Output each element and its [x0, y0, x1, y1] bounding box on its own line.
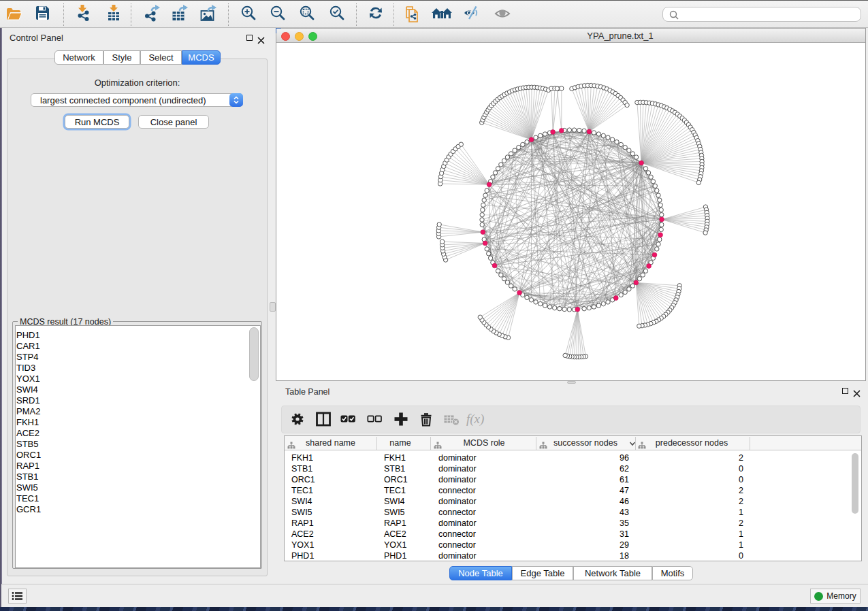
svg-text:f(x): f(x) — [466, 412, 484, 427]
